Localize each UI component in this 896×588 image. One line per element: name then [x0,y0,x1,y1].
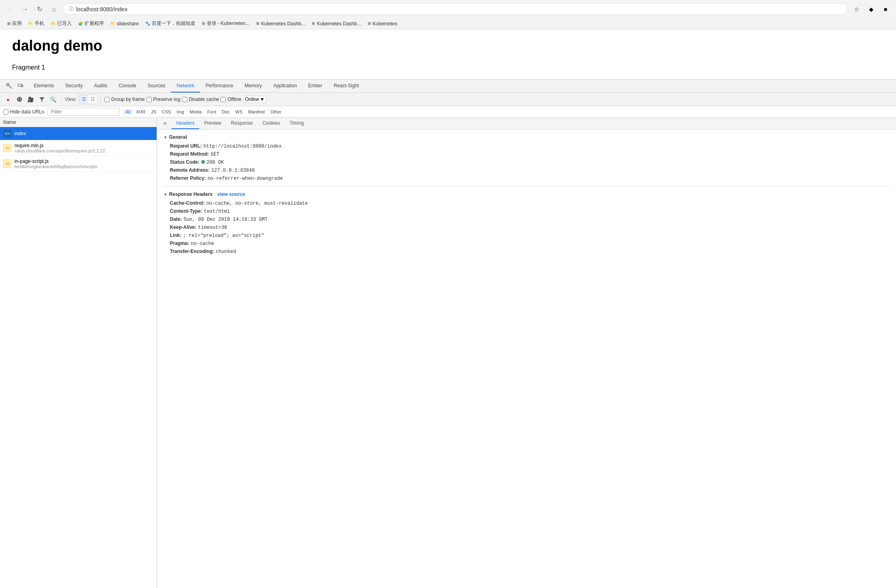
disable-cache-checkbox[interactable] [182,97,187,102]
network-toolbar: ● ⓫ 🎥 🔍 View: ☰ ☷ Group by frame Preserv… [0,93,896,106]
bookmark-icon: ⚙ [256,21,260,26]
disable-cache-label[interactable]: Disable cache [182,97,219,102]
bookmark-item[interactable]: 📁手机 [26,19,47,28]
filter-bar: Hide data URLs AllXHRJSCSSImgMediaFontDo… [0,106,896,118]
list-view-button[interactable]: ☰ [79,95,88,104]
tab-application[interactable]: Application [268,80,303,93]
status-dot [201,160,205,164]
bookmark-item[interactable]: ⚙Kubernetes [365,20,400,27]
record-button[interactable]: ● [3,95,13,104]
filter-type-ws[interactable]: WS [233,109,245,115]
filter-type-media[interactable]: Media [187,109,204,115]
extension-button[interactable]: ◆ [865,4,877,15]
headers-tab-preview[interactable]: Preview [199,118,226,129]
filter-type-font[interactable]: Font [205,109,219,115]
general-section-header[interactable]: ▼ General [163,134,890,140]
address-bar[interactable]: ⓘ localhost:8080/index [63,3,848,15]
svg-marker-4 [39,97,44,102]
status-code-row: Status Code: 200 OK [163,159,890,165]
file-info: in-page-script.js bmdblncegkenkacieihfhp… [14,158,153,169]
home-button[interactable]: ⌂ [48,4,60,15]
file-url: cdnjs.cloudflare.com/ajax/libs/require.j… [14,148,153,153]
tab-sources[interactable]: Sources [142,80,171,93]
response-header-key: Transfer-Encoding: [170,249,214,254]
bookmark-label: slideshare [117,21,139,27]
section-divider [163,186,890,187]
response-header-key: Content-Type: [170,208,202,214]
tab-network[interactable]: Network [171,80,200,93]
clear-button[interactable]: ⓫ [14,95,24,104]
filter-type-doc[interactable]: Doc [219,109,232,115]
throttle-select[interactable]: Online ▼ [243,96,267,103]
file-list-header: Name [0,118,157,127]
close-panel-button[interactable]: × [160,119,170,128]
filter-type-xhr[interactable]: XHR [134,109,148,115]
preserve-log-checkbox[interactable] [147,97,152,102]
file-list: Name </> index JS require.min.js cdnjs.c… [0,118,157,588]
profile-button[interactable]: ■ [880,4,891,15]
devtools: ElementsSecurityAuditsConsoleSourcesNetw… [0,79,896,588]
file-list-item[interactable]: JS in-page-script.js bmdblncegkenkacieih… [0,156,157,172]
bookmark-item[interactable]: 🐾百度一下，你就知道 [143,19,198,28]
headers-tab-headers[interactable]: Headers [171,118,199,129]
tab-react-sight[interactable]: React-Sight [328,80,365,93]
status-code-key: Status Code: [170,159,200,165]
filter-type-other[interactable]: Other [268,109,284,115]
response-headers-section-header[interactable]: ▼ Response Headers view source [163,191,890,197]
response-header-row: Transfer-Encoding:chunked [163,249,890,255]
bookmark-icon: 📁 [110,21,115,26]
file-list-item[interactable]: </> index [0,127,157,140]
back-button[interactable]: ← [5,4,16,15]
headers-tab-timing[interactable]: Timing [285,118,309,129]
hide-data-urls-label[interactable]: Hide data URLs [3,109,44,115]
bookmark-item[interactable]: ⚙Kubernetes Dashb... [309,20,363,27]
tab-memory[interactable]: Memory [239,80,268,93]
bookmark-item[interactable]: ⚙登录 - Kubernetes... [199,19,252,28]
group-by-frame-checkbox[interactable] [104,97,109,102]
search-button[interactable]: 🔍 [48,95,58,104]
bookmark-button[interactable]: ☆ [851,4,862,15]
bookmark-icon: ⚙ [312,21,315,26]
group-by-frame-label[interactable]: Group by frame [104,97,145,102]
tab-performance[interactable]: Performance [200,80,239,93]
tab-elements[interactable]: Elements [28,80,60,93]
filter-type-all[interactable]: All [123,109,133,115]
forward-button[interactable]: → [19,4,31,15]
file-list-item[interactable]: JS require.min.js cdnjs.cloudflare.com/a… [0,140,157,156]
tab-console[interactable]: Console [113,80,142,93]
bookmark-item[interactable]: ⚙Kubernetes Dashb... [254,20,308,27]
tab-audits[interactable]: Audits [88,80,113,93]
filter-type-manifest[interactable]: Manifest [246,109,267,115]
tab-ember[interactable]: Ember [303,80,328,93]
headers-tab-cookies[interactable]: Cookies [258,118,285,129]
grid-view-button[interactable]: ☷ [88,95,97,104]
preserve-log-label[interactable]: Preserve log [147,97,180,102]
hide-data-urls-checkbox[interactable] [3,109,8,115]
page-title: dalong demo [12,37,884,54]
bookmark-label: Kubernetes [373,21,397,27]
filter-type-buttons: AllXHRJSCSSImgMediaFontDocWSManifestOthe… [123,109,284,115]
offline-label[interactable]: Offline [221,97,241,102]
bookmark-item[interactable]: 📁slideshare [108,20,141,27]
headers-tab-response[interactable]: Response [226,118,258,129]
filter-type-css[interactable]: CSS [159,109,173,115]
filter-button[interactable] [37,95,47,104]
filter-input[interactable] [47,108,120,116]
reload-button[interactable]: ↻ [34,4,45,15]
view-source-link[interactable]: view source [217,191,245,197]
file-type-icon: JS [3,160,11,168]
bookmark-item[interactable]: 🧩扩展程序 [76,19,106,28]
device-toolbar-button[interactable] [15,81,26,91]
file-type-icon: JS [3,144,11,152]
inspect-element-button[interactable] [4,81,14,91]
bookmark-item[interactable]: 📁已导入 [48,19,74,28]
bookmark-item[interactable]: ⊞应用 [5,19,24,28]
offline-checkbox[interactable] [221,97,226,102]
bookmark-label: 扩展程序 [85,20,104,27]
filter-type-js[interactable]: JS [149,109,159,115]
response-headers-title: Response Headers [169,191,213,197]
filter-type-img[interactable]: Img [174,109,186,115]
svg-rect-3 [22,85,23,87]
capture-screenshots-button[interactable]: 🎥 [26,95,35,104]
tab-security[interactable]: Security [60,80,88,93]
